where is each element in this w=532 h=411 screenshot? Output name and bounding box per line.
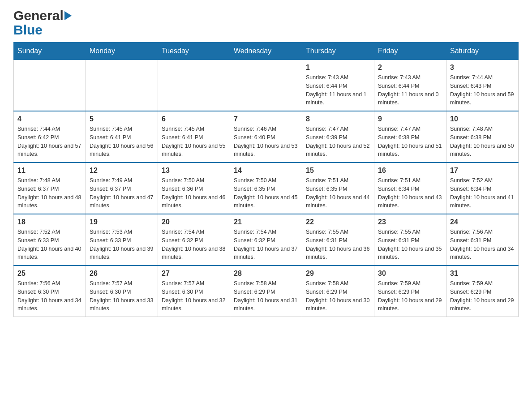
calendar-cell: 10Sunrise: 7:48 AMSunset: 6:38 PMDayligh… [446,111,519,163]
calendar-cell: 22Sunrise: 7:55 AMSunset: 6:31 PMDayligh… [302,214,374,265]
day-number: 7 [234,115,298,123]
day-info: Sunrise: 7:48 AMSunset: 6:37 PMDaylight:… [17,176,82,210]
calendar-cell: 13Sunrise: 7:50 AMSunset: 6:36 PMDayligh… [158,163,230,214]
weekday-header-monday: Monday [86,43,158,60]
day-info: Sunrise: 7:51 AMSunset: 6:34 PMDaylight:… [378,176,442,210]
day-number: 22 [306,218,370,226]
logo: General Blue [13,9,72,38]
day-number: 26 [90,270,154,278]
day-number: 5 [90,115,154,123]
logo-general-text: General [13,9,64,22]
calendar-cell [230,60,302,111]
day-info: Sunrise: 7:57 AMSunset: 6:30 PMDaylight:… [90,279,154,313]
day-number: 16 [378,167,442,175]
calendar-week-1: 1Sunrise: 7:43 AMSunset: 6:44 PMDaylight… [14,60,519,111]
day-number: 11 [17,167,82,175]
day-number: 1 [306,64,370,72]
calendar-cell: 5Sunrise: 7:45 AMSunset: 6:41 PMDaylight… [86,111,158,163]
day-info: Sunrise: 7:43 AMSunset: 6:44 PMDaylight:… [378,73,442,107]
day-info: Sunrise: 7:55 AMSunset: 6:31 PMDaylight:… [378,228,442,261]
calendar-cell: 1Sunrise: 7:43 AMSunset: 6:44 PMDaylight… [302,60,374,111]
day-info: Sunrise: 7:53 AMSunset: 6:33 PMDaylight:… [90,228,154,261]
day-info: Sunrise: 7:44 AMSunset: 6:42 PMDaylight:… [17,125,82,158]
day-info: Sunrise: 7:56 AMSunset: 6:31 PMDaylight:… [450,228,515,261]
day-number: 14 [234,167,298,175]
day-info: Sunrise: 7:54 AMSunset: 6:32 PMDaylight:… [234,228,298,261]
calendar-cell: 21Sunrise: 7:54 AMSunset: 6:32 PMDayligh… [230,214,302,265]
page-header: General Blue [13,9,519,38]
calendar-week-5: 25Sunrise: 7:56 AMSunset: 6:30 PMDayligh… [14,265,519,317]
day-info: Sunrise: 7:58 AMSunset: 6:29 PMDaylight:… [306,279,370,313]
calendar-cell: 12Sunrise: 7:49 AMSunset: 6:37 PMDayligh… [86,163,158,214]
weekday-header-saturday: Saturday [446,43,519,60]
weekday-header-tuesday: Tuesday [158,43,230,60]
day-number: 9 [378,115,442,123]
calendar-cell [14,60,86,111]
calendar-cell: 23Sunrise: 7:55 AMSunset: 6:31 PMDayligh… [374,214,446,265]
day-number: 29 [306,270,370,278]
calendar-cell: 24Sunrise: 7:56 AMSunset: 6:31 PMDayligh… [446,214,519,265]
day-info: Sunrise: 7:51 AMSunset: 6:35 PMDaylight:… [306,176,370,210]
day-number: 20 [162,218,226,226]
calendar-cell: 16Sunrise: 7:51 AMSunset: 6:34 PMDayligh… [374,163,446,214]
calendar-cell: 30Sunrise: 7:59 AMSunset: 6:29 PMDayligh… [374,265,446,317]
day-number: 17 [450,167,515,175]
day-number: 2 [378,64,442,72]
logo-arrow-icon [64,11,72,20]
calendar-week-4: 18Sunrise: 7:52 AMSunset: 6:33 PMDayligh… [14,214,519,265]
day-number: 18 [17,218,82,226]
day-number: 19 [90,218,154,226]
day-info: Sunrise: 7:50 AMSunset: 6:36 PMDaylight:… [162,176,226,210]
day-info: Sunrise: 7:59 AMSunset: 6:29 PMDaylight:… [450,279,515,313]
day-number: 4 [17,115,82,123]
day-info: Sunrise: 7:45 AMSunset: 6:41 PMDaylight:… [162,125,226,158]
calendar-cell: 9Sunrise: 7:47 AMSunset: 6:38 PMDaylight… [374,111,446,163]
day-info: Sunrise: 7:56 AMSunset: 6:30 PMDaylight:… [17,279,82,313]
day-info: Sunrise: 7:52 AMSunset: 6:34 PMDaylight:… [450,176,515,210]
calendar-cell: 2Sunrise: 7:43 AMSunset: 6:44 PMDaylight… [374,60,446,111]
calendar-cell: 29Sunrise: 7:58 AMSunset: 6:29 PMDayligh… [302,265,374,317]
calendar-cell: 3Sunrise: 7:44 AMSunset: 6:43 PMDaylight… [446,60,519,111]
day-info: Sunrise: 7:49 AMSunset: 6:37 PMDaylight:… [90,176,154,210]
calendar-cell: 14Sunrise: 7:50 AMSunset: 6:35 PMDayligh… [230,163,302,214]
weekday-header-friday: Friday [374,43,446,60]
weekday-header-row: SundayMondayTuesdayWednesdayThursdayFrid… [14,43,519,60]
calendar-cell: 7Sunrise: 7:46 AMSunset: 6:40 PMDaylight… [230,111,302,163]
calendar-week-3: 11Sunrise: 7:48 AMSunset: 6:37 PMDayligh… [14,163,519,214]
day-number: 25 [17,270,82,278]
day-info: Sunrise: 7:50 AMSunset: 6:35 PMDaylight:… [234,176,298,210]
day-number: 15 [306,167,370,175]
day-info: Sunrise: 7:43 AMSunset: 6:44 PMDaylight:… [306,73,370,107]
day-number: 6 [162,115,226,123]
day-number: 13 [162,167,226,175]
calendar-cell: 6Sunrise: 7:45 AMSunset: 6:41 PMDaylight… [158,111,230,163]
calendar-cell: 15Sunrise: 7:51 AMSunset: 6:35 PMDayligh… [302,163,374,214]
day-info: Sunrise: 7:59 AMSunset: 6:29 PMDaylight:… [378,279,442,313]
day-info: Sunrise: 7:57 AMSunset: 6:30 PMDaylight:… [162,279,226,313]
day-number: 10 [450,115,515,123]
weekday-header-thursday: Thursday [302,43,374,60]
calendar-cell [158,60,230,111]
day-number: 12 [90,167,154,175]
calendar-cell: 28Sunrise: 7:58 AMSunset: 6:29 PMDayligh… [230,265,302,317]
calendar-cell: 4Sunrise: 7:44 AMSunset: 6:42 PMDaylight… [14,111,86,163]
day-info: Sunrise: 7:52 AMSunset: 6:33 PMDaylight:… [17,228,82,261]
day-info: Sunrise: 7:55 AMSunset: 6:31 PMDaylight:… [306,228,370,261]
calendar-cell: 19Sunrise: 7:53 AMSunset: 6:33 PMDayligh… [86,214,158,265]
calendar-cell: 25Sunrise: 7:56 AMSunset: 6:30 PMDayligh… [14,265,86,317]
day-info: Sunrise: 7:47 AMSunset: 6:39 PMDaylight:… [306,125,370,158]
day-number: 21 [234,218,298,226]
day-number: 8 [306,115,370,123]
day-number: 31 [450,270,515,278]
day-info: Sunrise: 7:45 AMSunset: 6:41 PMDaylight:… [90,125,154,158]
calendar-cell: 31Sunrise: 7:59 AMSunset: 6:29 PMDayligh… [446,265,519,317]
day-number: 30 [378,270,442,278]
calendar-table: SundayMondayTuesdayWednesdayThursdayFrid… [13,42,519,317]
day-info: Sunrise: 7:46 AMSunset: 6:40 PMDaylight:… [234,125,298,158]
logo-blue-text: Blue [13,22,43,37]
calendar-cell: 17Sunrise: 7:52 AMSunset: 6:34 PMDayligh… [446,163,519,214]
day-info: Sunrise: 7:44 AMSunset: 6:43 PMDaylight:… [450,73,515,107]
calendar-cell: 27Sunrise: 7:57 AMSunset: 6:30 PMDayligh… [158,265,230,317]
day-info: Sunrise: 7:54 AMSunset: 6:32 PMDaylight:… [162,228,226,261]
day-number: 3 [450,64,515,72]
